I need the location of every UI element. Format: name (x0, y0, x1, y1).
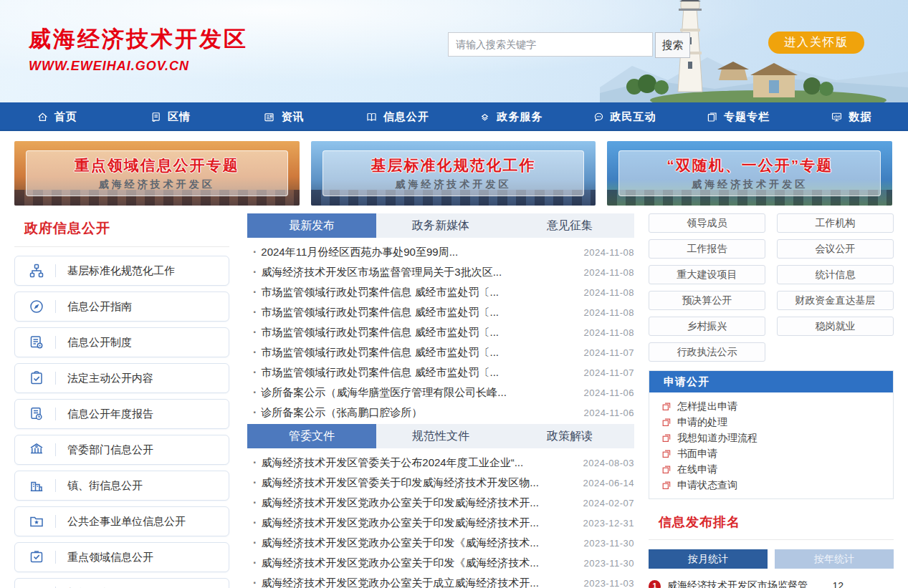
quick-link-button[interactable]: 预决算公开 (649, 291, 765, 310)
buildings-icon (28, 478, 45, 493)
news-date: 2024-11-08 (583, 247, 634, 258)
nav-item[interactable]: 数据 (795, 102, 908, 131)
sidebar-item-label: 信息公开年度报告 (67, 408, 153, 421)
sidebar-item[interactable]: 信息公开制度 (14, 327, 229, 357)
nav-item[interactable]: 首页 (0, 102, 113, 131)
news-item[interactable]: 威海经济技术开发区党政办公室关于印发威海经济技术开... 2024-02-07 (247, 493, 634, 513)
quick-link-button[interactable]: 乡村振兴 (649, 317, 765, 336)
site-logo[interactable]: 威海经济技术开发区 WWW.EWEIHAI.GOV.CN (29, 24, 248, 74)
sidebar-item-label: 管委部门信息公开 (67, 443, 153, 457)
nav-item[interactable]: 专题专栏 (681, 102, 794, 131)
apply-link[interactable]: 书面申请 (662, 446, 893, 462)
compass-icon (28, 299, 45, 314)
news-date: 2024-11-08 (583, 287, 634, 298)
banner[interactable]: “双随机、一公开”专题 威海经济技术开发区 (607, 141, 892, 206)
quick-link-button[interactable]: 会议公开 (777, 239, 894, 259)
news-item[interactable]: 市场监管领域行政处罚案件信息 威经市监处罚〔... 2024-11-08 (247, 322, 634, 342)
quick-links-grid: 领导成员工作机构工作报告会议公开重大建设项目统计信息预决算公开财政资金直达基层乡… (649, 213, 894, 362)
quick-link-button[interactable]: 工作机构 (777, 213, 894, 233)
nav-item[interactable]: 区情 (113, 102, 226, 131)
sidebar-item[interactable]: 新闻发布会 (14, 578, 229, 588)
news-date: 2024-11-07 (583, 367, 634, 378)
news-item[interactable]: 市场监管领域行政处罚案件信息 威经市监处罚〔... 2024-11-08 (247, 282, 634, 302)
topics-icon (706, 111, 718, 123)
news-date: 2024-11-06 (583, 408, 634, 418)
folder-star-icon (28, 514, 45, 529)
sidebar-item[interactable]: 公共企事业单位信息公开 (14, 506, 229, 536)
news-item[interactable]: 市场监管领域行政处罚案件信息 威经市监处罚〔... 2024-11-07 (247, 342, 634, 362)
tab[interactable]: 政务新媒体 (376, 213, 505, 238)
apply-link[interactable]: 在线申请 (662, 462, 893, 478)
news-item[interactable]: 市场监管领域行政处罚案件信息 威经市监处罚〔... 2024-11-07 (247, 362, 634, 382)
quick-link-button[interactable]: 重大建设项目 (649, 265, 765, 284)
tab[interactable]: 管委文件 (247, 424, 376, 448)
news-item[interactable]: 威海经济技术开发区管委关于印发威海经济技术开发区物... 2024-06-14 (247, 473, 634, 493)
banner-strip: 重点领域信息公开专题 威海经济技术开发区 基层标准化规范化工作 威海经济技术开发… (14, 141, 892, 206)
search-input[interactable] (448, 32, 653, 57)
apply-box-title: 申请公开 (649, 371, 893, 392)
apply-link[interactable]: 申请状态查询 (662, 478, 893, 493)
sidebar-list: 基层标准化规范化工作 信息公开指南 信息公开制度 法定主动公开内容 (14, 256, 229, 588)
sidebar-item[interactable]: 管委部门信息公开 (14, 435, 229, 465)
sidebar-item[interactable]: 基层标准化规范化工作 (14, 256, 229, 286)
quick-link-button[interactable]: 工作报告 (649, 239, 765, 259)
sidebar-item[interactable]: 镇、街信息公开 (14, 471, 229, 501)
rank-row[interactable]: 1 威海经济技术开发区市场监督管 12 (649, 577, 844, 588)
nav-item-label: 政务服务 (497, 110, 543, 124)
news-item[interactable]: 2024年11月份经区西苑办事处90至99周... 2024-11-08 (247, 242, 634, 262)
rank-tab[interactable]: 按月统计 (649, 549, 768, 569)
nav-item[interactable]: 政民互动 (568, 102, 681, 131)
news-title: 威海经济技术开发区管委关于印发威海经济技术开发区物... (261, 476, 574, 490)
quick-link-button[interactable]: 稳岗就业 (777, 317, 894, 336)
news-column: 最新发布政务新媒体意见征集 2024年11月份经区西苑办事处90至99周... … (247, 213, 634, 588)
sidebar-item-label: 公共企事业单位信息公开 (67, 515, 186, 529)
divider (55, 551, 56, 564)
apply-link[interactable]: 我想知道办理流程 (662, 430, 893, 446)
sidebar-item[interactable]: 信息公开指南 (14, 291, 229, 322)
quick-link-button[interactable]: 行政执法公示 (649, 342, 765, 362)
rank-tab[interactable]: 按年统计 (775, 549, 894, 569)
latest-news-list: 2024年11月份经区西苑办事处90至99周... 2024-11-08 威海经… (247, 242, 634, 423)
nav-item[interactable]: 资讯 (227, 102, 340, 131)
site-url: WWW.EWEIHAI.GOV.CN (29, 59, 248, 74)
banner[interactable]: 基层标准化规范化工作 威海经济技术开发区 (311, 141, 596, 206)
news-item[interactable]: 威海经济技术开发区管委关于公布2024年度工业企业“... 2024-08-03 (247, 453, 634, 473)
tab[interactable]: 政策解读 (505, 424, 634, 448)
clipboard-check-icon (28, 370, 45, 386)
service-icon (479, 111, 491, 123)
right-column: 领导成员工作机构工作报告会议公开重大建设项目统计信息预决算公开财政资金直达基层乡… (649, 213, 894, 588)
banner[interactable]: 重点领域信息公开专题 威海经济技术开发区 (14, 141, 300, 206)
news-item[interactable]: 市场监管领域行政处罚案件信息 威经市监处罚〔... 2024-11-08 (247, 302, 634, 322)
apply-link[interactable]: 怎样提出申请 (662, 399, 893, 415)
news-item[interactable]: 威海经济技术开发区党政办公室关于印发《威海经济技术... 2023-11-30 (247, 553, 634, 573)
news-item[interactable]: 威海经济技术开发区党政办公室关于印发《威海经济技术... 2023-11-30 (247, 533, 634, 553)
banner-label-panel: 基层标准化规范化工作 威海经济技术开发区 (322, 150, 585, 196)
divider (55, 336, 56, 349)
document-news-list: 威海经济技术开发区管委关于公布2024年度工业企业“... 2024-08-03… (247, 453, 634, 588)
sidebar-item-label: 重点领域信息公开 (67, 551, 153, 564)
care-mode-button[interactable]: 进入关怀版 (768, 32, 864, 54)
tab[interactable]: 最新发布 (247, 213, 376, 238)
nav-item[interactable]: 政务服务 (454, 102, 568, 131)
quick-link-button[interactable]: 统计信息 (777, 265, 894, 284)
news-item[interactable]: 诊所备案公示（张高鹏口腔诊所） 2024-11-06 (247, 403, 634, 423)
sidebar-item[interactable]: 信息公开年度报告 (14, 399, 229, 429)
banner-label-panel: 重点领域信息公开专题 威海经济技术开发区 (26, 150, 288, 196)
page: { "header": { "site_title": "威海经济技术开发区",… (0, 0, 908, 588)
ranking-list: 1 威海经济技术开发区市场监督管 12 2 威海经济技术开发区科技创新局 3 3… (649, 577, 894, 588)
search-button[interactable]: 搜索 (655, 32, 690, 58)
sidebar-item[interactable]: 法定主动公开内容 (14, 363, 229, 393)
sidebar-item[interactable]: 重点领域信息公开 (14, 542, 229, 572)
news-item[interactable]: 诊所备案公示（威海华膳堂医疗管理有限公司长峰... 2024-11-06 (247, 382, 634, 403)
box-check-icon (28, 549, 45, 565)
apply-link[interactable]: 申请的处理 (662, 415, 893, 430)
report-year-icon (28, 406, 45, 422)
nav-item[interactable]: 信息公开 (340, 102, 454, 131)
quick-link-button[interactable]: 领导成员 (649, 213, 765, 233)
tab[interactable]: 规范性文件 (376, 424, 505, 448)
quick-link-button[interactable]: 财政资金直达基层 (777, 291, 894, 310)
news-item[interactable]: 威海经济技术开发区党政办公室关于成立威海经济技术开... 2023-11-03 (247, 573, 634, 588)
news-item[interactable]: 威海经济技术开发区党政办公室关于印发威海经济技术开... 2023-12-31 (247, 513, 634, 533)
news-item[interactable]: 威海经济技术开发区市场监督管理局关于3批次区... 2024-11-08 (247, 262, 634, 282)
tab[interactable]: 意见征集 (505, 213, 634, 238)
